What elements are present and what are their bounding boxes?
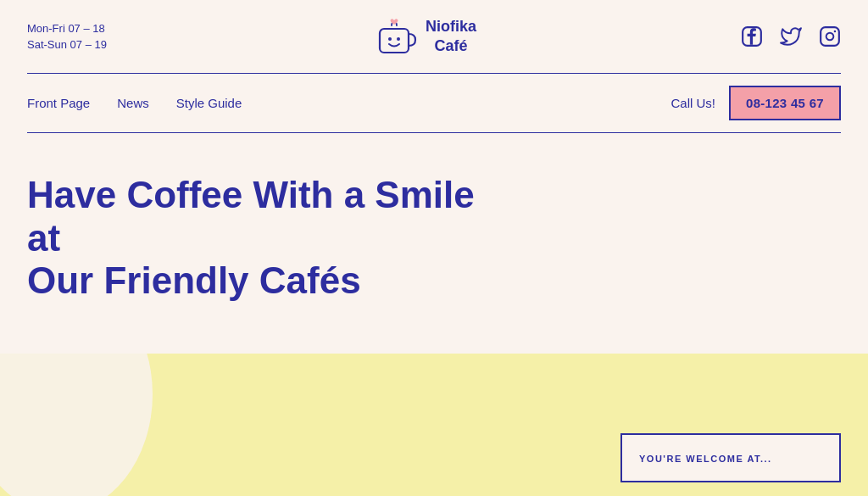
twitter-icon[interactable] (780, 25, 802, 47)
svg-point-2 (397, 37, 400, 41)
facebook-icon[interactable] (741, 25, 763, 47)
hours: Mon-Fri 07 – 18 Sat-Sun 07 – 19 (27, 20, 107, 53)
svg-point-1 (388, 37, 392, 41)
weekend-hours: Sat-Sun 07 – 19 (27, 36, 107, 53)
hero-title-line2: Our Friendly Cafés (27, 259, 361, 301)
call-us-label: Call Us! (670, 96, 715, 110)
svg-point-5 (826, 33, 834, 41)
svg-point-6 (834, 31, 837, 33)
nav-right: Call Us! 08-123 45 67 (670, 86, 841, 120)
instagram-icon[interactable] (819, 25, 841, 47)
hero-section: Have Coffee With a Smile at Our Friendly… (0, 133, 868, 303)
nav-links: Front Page News Style Guide (27, 96, 242, 110)
nav-news[interactable]: News (117, 96, 149, 110)
white-arc-decoration (0, 354, 153, 496)
logo-icon (371, 14, 417, 59)
top-bar: Mon-Fri 07 – 18 Sat-Sun 07 – 19 Niofika … (0, 0, 868, 73)
welcome-label: YOU'RE WELCOME AT... (639, 454, 772, 464)
social-icons (741, 25, 841, 47)
logo-text: Niofika Café (426, 17, 476, 57)
welcome-card: YOU'RE WELCOME AT... (620, 433, 841, 482)
svg-rect-4 (821, 27, 839, 46)
hero-title-line1: Have Coffee With a Smile at (27, 174, 475, 259)
svg-rect-0 (380, 29, 409, 53)
nav-bar: Front Page News Style Guide Call Us! 08-… (0, 74, 868, 132)
nav-style-guide[interactable]: Style Guide (176, 96, 242, 110)
nav-front-page[interactable]: Front Page (27, 96, 90, 110)
weekday-hours: Mon-Fri 07 – 18 (27, 20, 107, 37)
hero-title: Have Coffee With a Smile at Our Friendly… (27, 174, 502, 303)
phone-button[interactable]: 08-123 45 67 (729, 86, 841, 120)
logo[interactable]: Niofika Café (371, 14, 476, 59)
